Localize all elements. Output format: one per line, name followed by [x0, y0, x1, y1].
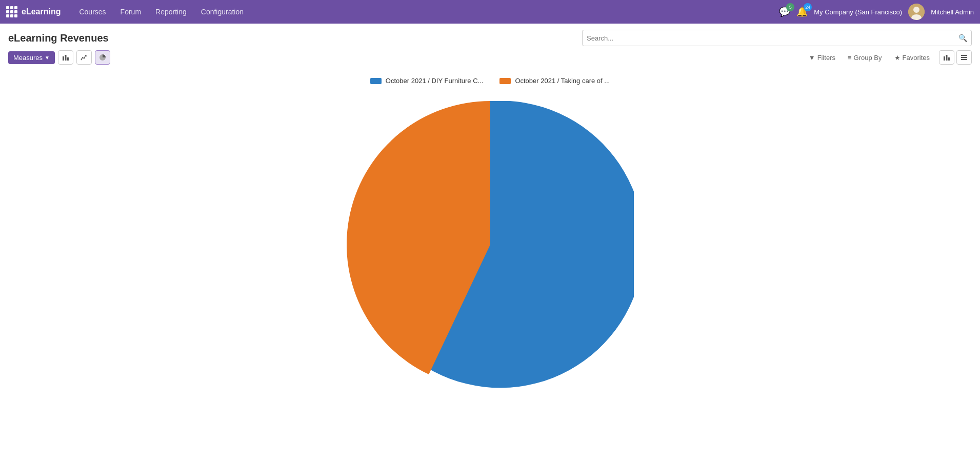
bar-chart-icon: [62, 54, 69, 61]
svg-rect-9: [948, 57, 950, 61]
main-content: October 2021 / DIY Furniture C... Octobe…: [0, 69, 980, 400]
groupby-icon: ≡: [848, 54, 852, 62]
grid-icon: [6, 6, 17, 17]
star-icon: ★: [894, 54, 901, 62]
favorites-button[interactable]: ★ Favorites: [891, 52, 933, 64]
group-by-label: Group By: [854, 54, 882, 62]
legend-color-orange: [499, 78, 511, 84]
view-toggle: [939, 50, 972, 65]
page-title: eLearning Revenues: [8, 32, 109, 44]
graph-view-button[interactable]: [939, 50, 954, 65]
toolbar: Measures ▼ ▼ Filters ≡ Group By ★ Favori…: [0, 46, 980, 69]
search-input[interactable]: [587, 34, 958, 42]
brand-name: eLearning: [22, 7, 61, 16]
alerts-badge: 24: [804, 3, 812, 11]
nav-reporting[interactable]: Reporting: [149, 5, 193, 19]
measures-button[interactable]: Measures ▼: [8, 51, 55, 64]
list-view-button[interactable]: [956, 50, 972, 65]
measures-label: Measures: [13, 54, 43, 62]
subheader: eLearning Revenues 🔍: [0, 24, 980, 46]
nav-configuration[interactable]: Configuration: [195, 5, 250, 19]
svg-rect-12: [961, 59, 967, 60]
svg-rect-3: [63, 56, 64, 61]
messages-icon[interactable]: 💬 5: [779, 6, 790, 17]
svg-rect-5: [67, 57, 69, 61]
company-name: My Company (San Francisco): [814, 8, 902, 16]
filters-label: Filters: [817, 54, 835, 62]
top-navigation: eLearning Courses Forum Reporting Config…: [0, 0, 980, 24]
nav-menu: Courses Forum Reporting Configuration: [73, 5, 775, 19]
dropdown-arrow-icon: ▼: [45, 55, 50, 61]
svg-rect-8: [946, 55, 948, 61]
nav-right: 💬 5 🔔 24 My Company (San Francisco) Mitc…: [779, 4, 974, 20]
legend-label-orange: October 2021 / Taking care of ...: [515, 77, 610, 85]
nav-courses[interactable]: Courses: [73, 5, 112, 19]
pie-chart-icon: [99, 54, 106, 61]
svg-rect-7: [944, 56, 945, 61]
group-by-button[interactable]: ≡ Group By: [845, 52, 885, 64]
chart-container: [0, 93, 980, 396]
legend-item-orange: October 2021 / Taking care of ...: [499, 77, 610, 85]
brand[interactable]: eLearning: [6, 6, 61, 17]
messages-badge: 5: [786, 3, 794, 11]
toolbar-left: Measures ▼: [8, 50, 110, 65]
filters-button[interactable]: ▼ Filters: [806, 52, 838, 64]
filter-icon: ▼: [809, 54, 815, 62]
chart-legend: October 2021 / DIY Furniture C... Octobe…: [0, 73, 980, 93]
user-name: Mitchell Admin: [931, 8, 974, 16]
list-icon: [961, 54, 968, 61]
legend-label-blue: October 2021 / DIY Furniture C...: [386, 77, 484, 85]
svg-rect-4: [65, 55, 66, 61]
line-chart-button[interactable]: [76, 50, 92, 65]
favorites-label: Favorites: [903, 54, 930, 62]
toolbar-right: ▼ Filters ≡ Group By ★ Favorites: [806, 50, 972, 65]
search-icon[interactable]: 🔍: [958, 34, 967, 42]
svg-rect-11: [961, 57, 967, 58]
alerts-icon[interactable]: 🔔 24: [796, 6, 808, 17]
graph-icon: [943, 54, 950, 61]
svg-point-1: [913, 7, 919, 13]
bar-chart-button[interactable]: [58, 50, 73, 65]
nav-forum[interactable]: Forum: [114, 5, 147, 19]
pie-chart-svg: [347, 101, 634, 388]
avatar[interactable]: [908, 4, 925, 20]
search-bar[interactable]: 🔍: [582, 30, 972, 46]
legend-color-blue: [370, 78, 382, 84]
svg-rect-10: [961, 55, 967, 56]
legend-item-blue: October 2021 / DIY Furniture C...: [370, 77, 484, 85]
line-chart-icon: [81, 54, 88, 61]
pie-chart-button[interactable]: [95, 50, 110, 65]
